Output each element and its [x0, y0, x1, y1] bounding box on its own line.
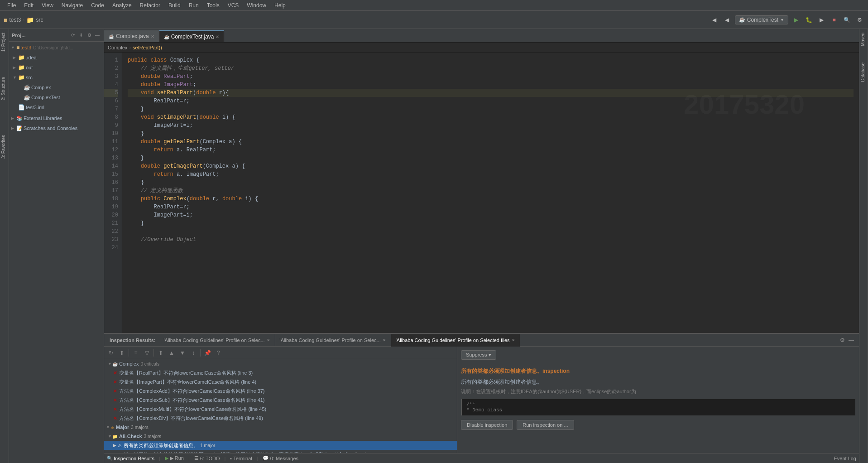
editor-area: ☕ Complex.java ✕ ☕ ComplexTest.java ✕ Co… [104, 29, 859, 333]
pin-btn[interactable]: 📌 [202, 348, 212, 358]
menu-view[interactable]: View [38, 1, 57, 10]
sync-icon[interactable]: ⟳ [69, 32, 77, 39]
stop-button[interactable]: ■ [829, 15, 839, 25]
search-everywhere[interactable]: 🔍 [842, 15, 852, 25]
up-btn[interactable]: ▲ [167, 348, 177, 358]
bottom-content: ↻ ⬆ ≡ ▽ ⬆ ▲ ▼ ↕ 📌 ? [104, 347, 859, 453]
database-tab[interactable]: Database [859, 59, 868, 86]
bottom-tab-1-close[interactable]: ✕ [267, 338, 270, 342]
export-btn[interactable]: ⬆ [117, 348, 127, 358]
rerun-btn[interactable]: ↻ [106, 348, 116, 358]
help-btn[interactable]: ? [213, 348, 223, 358]
insp-item-2[interactable]: ✕ 变量名【ImagePart】不符合lowerCamelCase命名风格 (l… [104, 377, 457, 386]
tree-idea[interactable]: ▶ 📁 .idea [9, 53, 104, 63]
tree-iml[interactable]: 📄 test3.iml [9, 102, 104, 112]
run-button[interactable]: ▶ [791, 15, 801, 25]
toolbar-icon-1[interactable]: ◀ [710, 15, 719, 25]
filter-btn[interactable]: ▽ [142, 348, 152, 358]
insp-complex[interactable]: ▼ ☕ Complex 0 criticals [104, 359, 457, 368]
todo-tab[interactable]: ☰ 6: TODO [194, 455, 220, 461]
bottom-minimize-icon[interactable]: — [847, 336, 855, 344]
menu-help[interactable]: Help [271, 1, 289, 10]
menu-navigate[interactable]: Navigate [58, 1, 86, 10]
menu-file[interactable]: File [4, 1, 19, 10]
insp-item-4[interactable]: ✕ 方法名【ComplexSub】不符合lowerCamelCase命名风格 (… [104, 395, 457, 405]
tab-complextest[interactable]: ☕ ComplexTest.java ✕ [159, 30, 225, 42]
disable-inspection-button[interactable]: Disable inspection [461, 420, 513, 430]
run-config[interactable]: ☕ ComplexTest ▼ [735, 15, 788, 24]
inspection-toolbar: ↻ ⬆ ≡ ▽ ⬆ ▲ ▼ ↕ 📌 ? [104, 347, 457, 359]
messages-tab[interactable]: 💬 0: Messages [263, 455, 298, 461]
menu-analyze[interactable]: Analyze [109, 1, 135, 10]
bottom-tab-2-close[interactable]: ✕ [383, 338, 386, 342]
collapse-icon[interactable]: ⬇ [77, 32, 85, 39]
insp-item-3[interactable]: ✕ 方法名【ComplexAdd】不符合lowerCamelCase命名风格 (… [104, 386, 457, 395]
tree-out[interactable]: ▶ 📁 out [9, 63, 104, 72]
bottom-tab-3[interactable]: 'Alibaba Coding Guidelines' Profile on S… [391, 334, 520, 347]
settings-button[interactable]: ⚙ [854, 15, 864, 25]
group-btn[interactable]: ≡ [131, 348, 141, 358]
event-log-label[interactable]: Event Log [834, 456, 856, 461]
insp-selected-item[interactable]: ▶ ⚠ 所有的类都必须添加创建者信息。 1 major [104, 441, 457, 450]
menu-code[interactable]: Code [87, 1, 108, 10]
menu-refactor[interactable]: Refactor [136, 1, 164, 10]
menu-build[interactable]: Build [165, 1, 184, 10]
bottom-panel: Inspection Results: 'Alibaba Coding Guid… [104, 333, 859, 453]
tree-src[interactable]: ▼ 📁 src [9, 72, 104, 82]
insp-ali-check[interactable]: ▼ 📁 Ali-Check 3 majors [104, 432, 457, 441]
bottom-tab-3-close[interactable]: ✕ [512, 338, 515, 342]
project-tab[interactable]: 1: Project [0, 29, 9, 55]
run-config-name: ComplexTest [747, 17, 778, 23]
bottom-tabs: Inspection Results: 'Alibaba Coding Guid… [104, 334, 859, 347]
insp-major[interactable]: ▼ ⚠ Major 3 majors [104, 423, 457, 432]
right-sidebar: Maven Database [859, 29, 868, 463]
sort-btn[interactable]: ⬆ [156, 348, 166, 358]
tree-project-root[interactable]: ▼ ■ test3 C:\Users\gong9\Id... [9, 43, 104, 53]
path-complex[interactable]: Complex [108, 45, 127, 50]
menu-run[interactable]: Run [185, 1, 202, 10]
structure-tab[interactable]: 2: Structure [0, 73, 9, 104]
status-bar: 🔍 Inspection Results | ▶ ▶ Run | ☰ 6: TO… [104, 453, 859, 463]
path-bar: Complex › setRealPart() [104, 43, 859, 53]
minimize-icon[interactable]: — [94, 32, 101, 39]
menu-tools[interactable]: Tools [203, 1, 223, 10]
coverage-button[interactable]: ▶ [816, 15, 826, 25]
insp-item-5[interactable]: ✕ 方法名【ComplexMulti】不符合lowerCamelCase命名风格… [104, 405, 457, 414]
code-sample: /** * Demo class [461, 399, 855, 415]
expand-all-btn[interactable]: ↕ [188, 348, 198, 358]
insp-item-1[interactable]: ✕ 变量名【RealPart】不符合lowerCamelCase命名风格 (li… [104, 368, 457, 377]
terminal-tab[interactable]: ▪ Terminal [230, 456, 252, 461]
bottom-settings-icon[interactable]: ⚙ [838, 336, 846, 344]
tree-scratches[interactable]: ▶ 📝 Scratches and Consoles [9, 123, 104, 133]
inspection-results-tab[interactable]: 🔍 Inspection Results [107, 456, 154, 461]
gear-icon[interactable]: ⚙ [86, 32, 93, 39]
debug-button[interactable]: 🐛 [804, 15, 814, 25]
event-log-area: Event Log [834, 456, 856, 461]
tree-external-libs[interactable]: ▶ 📚 External Libraries [9, 113, 104, 123]
tree-complextest[interactable]: ☕ ComplexTest [9, 92, 104, 102]
menu-vcs[interactable]: VCS [224, 1, 243, 10]
toolbar-icon-2[interactable]: ◀ [722, 15, 732, 25]
run-inspection-button[interactable]: Run inspection on ... [517, 420, 574, 430]
tree-complex[interactable]: ☕ Complex [9, 82, 104, 92]
down-btn[interactable]: ▼ [177, 348, 187, 358]
run-tab[interactable]: ▶ ▶ Run [165, 455, 184, 461]
insp-item-last[interactable]: ▶ ⚠ 类、类属性、类方法的注释必须使用javadoc规范，使用/**内容*/格… [104, 450, 457, 453]
tab-complextest-close[interactable]: ✕ [216, 34, 219, 39]
insp-item-6[interactable]: ✕ 方法名【ComplexDiv】不符合lowerCamelCase命名风格 (… [104, 414, 457, 423]
line-numbers: 1 2 3 4 5 6 7 8 9 10 11 12 13 14 [104, 53, 122, 333]
code-area[interactable]: 1 2 3 4 5 6 7 8 9 10 11 12 13 14 [104, 53, 859, 333]
path-setrealpart[interactable]: setRealPart() [133, 45, 162, 50]
menu-edit[interactable]: Edit [20, 1, 37, 10]
breadcrumb: ■ test3 › 📁 src [4, 16, 43, 24]
tab-complex-close[interactable]: ✕ [151, 34, 154, 39]
menu-window[interactable]: Window [243, 1, 270, 10]
tab-complex[interactable]: ☕ Complex.java ✕ [104, 30, 159, 42]
favorites-tab[interactable]: 3: Favorites [0, 131, 9, 162]
code-text[interactable]: public class Complex { // 定义属性，生成getter,… [122, 53, 859, 333]
inspection-description: 所有的类都必须添加创建者信息。inspection 所有的类都必须添加创建者信息… [461, 367, 855, 395]
suppress-button[interactable]: Suppress ▾ [461, 350, 496, 360]
bottom-tab-2[interactable]: 'Alibaba Coding Guidelines' Profile on S… [275, 334, 391, 347]
maven-tab[interactable]: Maven [859, 29, 868, 50]
bottom-tab-1[interactable]: 'Alibaba Coding Guidelines' Profile on S… [159, 334, 275, 347]
